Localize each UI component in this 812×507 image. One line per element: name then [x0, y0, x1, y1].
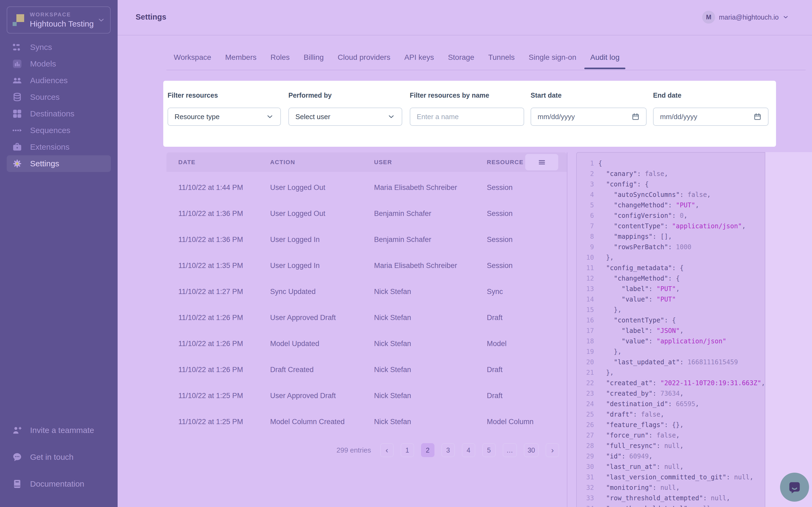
- sidebar-item-models[interactable]: Models: [7, 56, 111, 72]
- performed-by-select[interactable]: Select user: [288, 108, 402, 126]
- code-line: 27 "force_run": false,: [577, 430, 765, 441]
- code-line: 19 },: [577, 347, 765, 357]
- table-cell: Session: [487, 183, 567, 192]
- table-cell: Maria Elisabeth Schreiber: [374, 262, 487, 270]
- tab-audit-log[interactable]: Audit log: [590, 53, 619, 69]
- workspace-switcher[interactable]: WORKSPACE Hightouch Testing: [7, 6, 111, 34]
- tab-workspace[interactable]: Workspace: [174, 53, 211, 69]
- table-row[interactable]: 11/10/22 at 1:35 PMUser Logged InMaria E…: [166, 253, 567, 279]
- table-row[interactable]: 11/10/22 at 1:26 PMUser Approved DraftNi…: [166, 305, 567, 331]
- page-button-1[interactable]: 1: [401, 443, 414, 457]
- code-line: 31 "last_version_committed_to_git": null…: [577, 472, 765, 483]
- resource-type-select[interactable]: Resource type: [167, 108, 281, 126]
- table-row[interactable]: 11/10/22 at 1:27 PMSync UpdatedNick Stef…: [166, 279, 567, 305]
- page-button-3[interactable]: 3: [442, 443, 455, 457]
- code-line: 7 "contentType": "application/json",: [577, 221, 765, 231]
- previous-page-button[interactable]: ‹: [380, 443, 394, 457]
- sidebar-item-get-in-touch[interactable]: Get in touch: [7, 449, 111, 465]
- table-row[interactable]: 11/10/22 at 1:25 PMUser Approved DraftNi…: [166, 383, 567, 409]
- sidebar-item-label: Destinations: [30, 109, 74, 118]
- syncs-icon: [12, 42, 22, 53]
- sidebar-item-destinations[interactable]: Destinations: [7, 105, 111, 122]
- resource-name-input[interactable]: Enter a name: [410, 108, 524, 126]
- end-date-input[interactable]: mm/dd/yyyy: [653, 108, 768, 126]
- table-cell: Draft: [487, 365, 567, 374]
- user-menu[interactable]: M maria@hightouch.io: [702, 10, 789, 24]
- table-cell: Benjamin Schafer: [374, 235, 487, 244]
- chevron-down-icon: [266, 113, 274, 121]
- sidebar-item-settings[interactable]: Settings: [7, 155, 111, 172]
- code-line: 10 },: [577, 252, 765, 263]
- table-cell: 11/10/22 at 1:26 PM: [178, 340, 270, 348]
- filter-label: Filter resources by name: [410, 92, 489, 99]
- table-cell: Nick Stefan: [374, 418, 487, 426]
- filter-label: End date: [653, 92, 681, 99]
- sidebar-item-documentation[interactable]: Documentation: [7, 475, 111, 492]
- settings-tabs: WorkspaceMembersRolesBillingCloud provid…: [174, 53, 619, 69]
- sources-icon: [12, 92, 22, 103]
- sidebar-item-syncs[interactable]: Syncs: [7, 39, 111, 56]
- table-row[interactable]: 11/10/22 at 1:25 PMModel Column CreatedN…: [166, 409, 567, 435]
- audit-log-filter-panel: Filter resourcesResource typePerformed b…: [163, 81, 776, 147]
- chat-launcher-button[interactable]: [780, 473, 809, 502]
- tab-cloud-providers[interactable]: Cloud providers: [338, 53, 391, 69]
- table-cell: 11/10/22 at 1:36 PM: [178, 235, 270, 244]
- tab-members[interactable]: Members: [225, 53, 257, 69]
- table-row[interactable]: 11/10/22 at 1:26 PMDraft CreatedNick Ste…: [166, 357, 567, 383]
- tab-storage[interactable]: Storage: [448, 53, 474, 69]
- table-row[interactable]: 11/10/22 at 1:36 PMUser Logged OutBenjam…: [166, 201, 567, 227]
- table-cell: Nick Stefan: [374, 288, 487, 296]
- sidebar-nav: SyncsModelsAudiencesSourcesDestinationsS…: [7, 39, 111, 172]
- sidebar-item-extensions[interactable]: Extensions: [7, 139, 111, 155]
- tab-billing[interactable]: Billing: [304, 53, 324, 69]
- table-cell: User Logged Out: [270, 210, 374, 218]
- table-cell: User Approved Draft: [270, 392, 374, 400]
- start-date-input[interactable]: mm/dd/yyyy: [530, 108, 647, 126]
- page-button-2[interactable]: 2: [421, 443, 435, 457]
- sidebar-item-audiences[interactable]: Audiences: [7, 72, 111, 89]
- table-columns-button[interactable]: [525, 154, 558, 170]
- code-line: 25 "draft": false,: [577, 409, 765, 420]
- avatar: M: [702, 11, 715, 23]
- table-cell: Draft Created: [270, 365, 374, 374]
- next-page-button[interactable]: ›: [546, 443, 559, 457]
- page-button-30[interactable]: 30: [524, 443, 539, 457]
- calendar-icon: [754, 113, 762, 121]
- menu-lines-icon: [538, 158, 546, 166]
- main-area: Settings M maria@hightouch.io WorkspaceM…: [118, 0, 812, 507]
- workspace-logo: [13, 14, 25, 26]
- table-row[interactable]: 11/10/22 at 1:26 PMModel UpdatedNick Ste…: [166, 331, 567, 357]
- code-line: 3 "config": {: [577, 179, 765, 190]
- code-line: 1{: [577, 158, 765, 169]
- code-line: 22 "created_at": "2022-11-10T20:19:31.66…: [577, 378, 765, 388]
- chevron-down-icon: [782, 14, 789, 20]
- audiences-icon: [12, 75, 22, 86]
- tab-roles[interactable]: Roles: [270, 53, 290, 69]
- sidebar-item-invite-a-teammate[interactable]: Invite a teammate: [7, 422, 111, 439]
- sidebar-item-sources[interactable]: Sources: [7, 89, 111, 105]
- table-cell: 11/10/22 at 1:26 PM: [178, 314, 270, 322]
- filter-label: Performed by: [288, 92, 332, 99]
- sidebar-item-sequences[interactable]: Sequences: [7, 122, 111, 139]
- table-cell: Draft: [487, 314, 567, 322]
- table-row[interactable]: 11/10/22 at 1:44 PMUser Logged OutMaria …: [166, 175, 567, 201]
- tab-api-keys[interactable]: API keys: [404, 53, 434, 69]
- sidebar-item-label: Sources: [30, 93, 60, 102]
- code-line: 30 "last_run_at": null,: [577, 462, 765, 472]
- page-ellipsis-button[interactable]: …: [503, 443, 517, 457]
- documentation-book-icon: [12, 478, 22, 489]
- table-cell: Nick Stefan: [374, 314, 487, 322]
- tab-tunnels[interactable]: Tunnels: [488, 53, 515, 69]
- table-cell: Nick Stefan: [374, 340, 487, 348]
- table-row[interactable]: 11/10/22 at 1:36 PMUser Logged InBenjami…: [166, 227, 567, 253]
- page-button-5[interactable]: 5: [482, 443, 496, 457]
- table-cell: 11/10/22 at 1:36 PM: [178, 210, 270, 218]
- page-button-4[interactable]: 4: [462, 443, 475, 457]
- filter-label: Filter resources: [167, 92, 218, 99]
- filter-group: End datemm/dd/yyyy: [653, 81, 768, 147]
- filter-group: Filter resources by nameEnter a name: [410, 81, 524, 147]
- tab-single-sign-on[interactable]: Single sign-on: [529, 53, 576, 69]
- table-cell: Sync: [487, 288, 567, 296]
- chevron-down-icon: [387, 113, 395, 121]
- code-line: 20 "last_updated_at": 1668111615459: [577, 357, 765, 368]
